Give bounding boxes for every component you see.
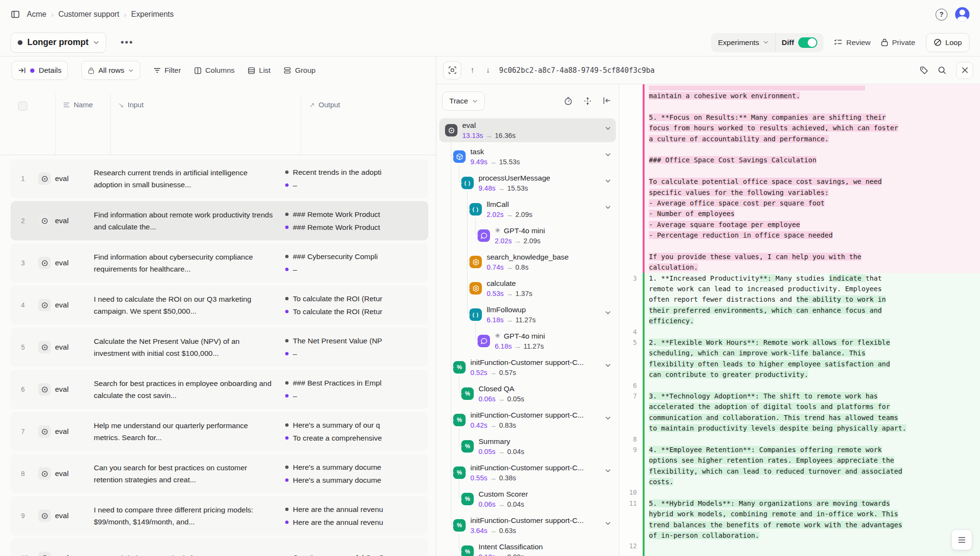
chevron-down-icon[interactable] (605, 469, 611, 473)
tree-connector (475, 332, 479, 341)
collapse-vertical-icon[interactable] (584, 97, 591, 105)
trace-span[interactable]: %Closed QA0.06s→0.05s (439, 382, 616, 406)
diff-line: of in-person collaboration. (619, 530, 980, 541)
trace-span[interactable]: %Custom Scorer0.06s→0.04s (439, 487, 616, 511)
span-durations: 0.12s→0.09s (479, 552, 543, 556)
row-number: 4 (11, 301, 38, 309)
diff-line: communication and collaboration. This tr… (619, 412, 980, 423)
span-name: ✳GPT-4o mini (495, 330, 545, 341)
trace-span[interactable]: ✳GPT-4o mini6.18s→11.27s (439, 329, 616, 353)
details-button[interactable]: Details (11, 61, 68, 80)
row-name: eval (55, 554, 68, 556)
column-header-output[interactable]: ↗ Output (301, 94, 436, 155)
trace-detail-header: ↑ ↓ 9c062bc2-a8c7-4a88-9749-5cf840f3c9ba (436, 57, 980, 84)
text-wrap-button[interactable] (951, 529, 972, 550)
column-header-name[interactable]: Name (55, 94, 110, 155)
row-input: Can you search for best practices on cus… (94, 462, 285, 486)
trace-span[interactable]: %initFunction-Customer support-C...3.64s… (439, 513, 616, 537)
collapse-panel-icon[interactable] (603, 97, 611, 105)
review-button[interactable]: Review (834, 38, 870, 47)
expected-bullet (285, 478, 289, 482)
trace-span[interactable]: search_knowledge_base0.74s→0.8s (439, 250, 616, 274)
chevron-down-icon[interactable] (605, 416, 611, 420)
arrow-up-right-icon: ↗ (309, 101, 315, 109)
diff-line: trend balances the benefits of remote wo… (619, 520, 980, 530)
trace-span[interactable]: %initFunction-Customer support-C...0.42s… (439, 408, 616, 432)
span-durations: 9.49s→15.53s (470, 157, 520, 167)
next-row-button[interactable]: ↓ (484, 66, 493, 75)
columns-button[interactable]: Columns (194, 66, 234, 75)
trace-view-dropdown[interactable]: Trace (442, 91, 485, 111)
list-button[interactable]: List (248, 66, 270, 75)
eval-icon (38, 172, 51, 185)
trace-span[interactable]: ✳GPT-4o mini2.02s→2.09s (439, 224, 616, 248)
breadcrumb-section[interactable]: Experiments (131, 10, 174, 19)
private-button[interactable]: Private (881, 38, 915, 47)
table-row[interactable]: 3 evalFind information about cybersecuri… (11, 243, 428, 283)
span-durations: 0.05s→0.04s (479, 447, 524, 456)
diff-line: flexibility, which can lead to reduced t… (619, 466, 980, 477)
details-status-dot (30, 68, 34, 73)
chevron-down-icon[interactable] (605, 153, 611, 157)
trace-span[interactable]: ( )llmCall2.02s→2.09s (439, 197, 616, 221)
chevron-down-icon[interactable] (605, 205, 611, 209)
trace-span[interactable]: ( )llmFollowup6.18s→11.27s (439, 303, 616, 327)
chevron-down-icon[interactable] (605, 363, 611, 367)
timer-icon[interactable] (564, 97, 572, 105)
search-icon[interactable] (938, 66, 947, 75)
trace-span[interactable]: %Summary0.05s→0.04s (439, 434, 616, 458)
diff-line: 12 (619, 541, 980, 551)
more-options-button[interactable]: ••• (117, 35, 137, 50)
experiments-dropdown[interactable]: Experiments (711, 38, 775, 47)
help-icon[interactable]: ? (935, 9, 947, 21)
trace-span[interactable]: %Intent Classification0.12s→0.09s (439, 540, 616, 556)
trace-span[interactable]: %initFunction-Customer support-C...0.52s… (439, 355, 616, 379)
table-row[interactable]: 2 evalFind information about remote work… (11, 201, 428, 240)
select-all-checkbox[interactable] (18, 102, 27, 111)
avatar[interactable] (955, 7, 969, 22)
close-panel-button[interactable] (956, 62, 973, 79)
tree-connector (451, 516, 454, 526)
table-row[interactable]: 7 evalHelp me understand our quarterly p… (11, 412, 428, 451)
span-durations: 6.18s→11.27s (487, 315, 535, 325)
tree-connector (459, 533, 459, 544)
chevron-down-icon[interactable] (605, 179, 611, 183)
column-header-label: Input (128, 101, 144, 109)
experiment-selector[interactable]: Longer prompt (11, 33, 106, 53)
breadcrumb-org[interactable]: Acme (27, 10, 46, 19)
sidebar-toggle-icon[interactable] (11, 10, 20, 19)
column-header-input[interactable]: ↘ Input (110, 94, 301, 155)
all-rows-dropdown[interactable]: All rows (81, 61, 140, 80)
trace-span[interactable]: task9.49s→15.53s (439, 145, 616, 169)
diff-toggle[interactable] (798, 37, 817, 48)
previous-row-button[interactable]: ↑ (468, 66, 477, 75)
breadcrumb-project[interactable]: Customer support (58, 10, 119, 19)
focus-trace-button[interactable] (443, 61, 461, 79)
diff-line: 4 (619, 327, 980, 337)
table-row[interactable]: 5 evalCalculate the Net Present Value (N… (11, 328, 428, 367)
trace-span[interactable]: calculate0.53s→1.37s (439, 276, 616, 300)
chevron-down-icon[interactable] (605, 522, 611, 525)
row-output: ### Best Practices in Empl– (285, 379, 428, 400)
loop-button[interactable]: Loop (926, 33, 969, 52)
table-row[interactable]: 8 evalCan you search for best practices … (11, 454, 428, 493)
trace-span[interactable]: eval13.13s→16.36s (439, 118, 616, 142)
span-name: initFunction-Customer support-C... (470, 409, 584, 420)
row-input: I need to compare three different pricin… (94, 504, 285, 528)
chevron-down-icon[interactable] (605, 126, 611, 130)
table-row[interactable]: 1 evalResearch current trends in artific… (11, 159, 428, 198)
trace-span[interactable]: ( )processUserMessage9.48s→15.53s (439, 171, 616, 195)
rows-icon (63, 102, 70, 108)
filter-button[interactable]: Filter (154, 66, 181, 75)
table-row[interactable]: 6 evalSearch for best practices in emplo… (11, 370, 428, 409)
chevron-down-icon[interactable] (605, 311, 611, 315)
table-row[interactable]: 4 evalI need to calculate the ROI on our… (11, 285, 428, 325)
diff-line: 10 (619, 487, 980, 498)
table-row[interactable]: 10 evalResearch industry standards for S… (11, 538, 428, 556)
line-number (619, 251, 643, 262)
eval-icon (38, 425, 51, 438)
table-row[interactable]: 9 evalI need to compare three different … (11, 496, 428, 535)
group-button[interactable]: Group (284, 66, 315, 75)
tag-icon[interactable] (920, 66, 928, 75)
trace-span[interactable]: %initFunction-Customer support-C...0.55s… (439, 461, 616, 485)
